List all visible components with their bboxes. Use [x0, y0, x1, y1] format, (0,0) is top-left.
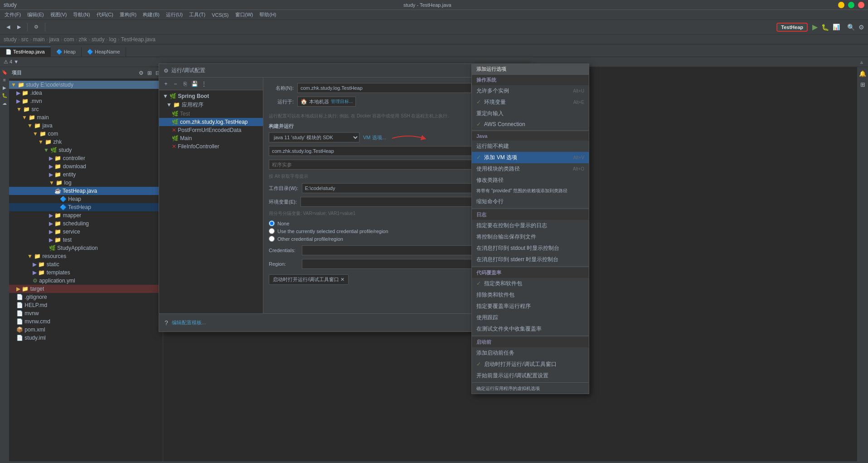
dropdown-show-config[interactable]: 开始前显示运行/调试配置设置 — [472, 370, 589, 381]
menu-code[interactable]: 代码(C) — [94, 10, 116, 19]
config-springboot[interactable]: ▼ 🌿 Spring Boot — [159, 92, 263, 100]
toolbar-forward[interactable]: ▶ — [15, 23, 24, 31]
tree-gitignore[interactable]: 📄 .gitignore — [9, 293, 163, 301]
sidebar-expand-icon[interactable]: ⊞ — [147, 70, 152, 76]
bc-zhk[interactable]: zhk — [78, 36, 87, 43]
runon-select[interactable]: 🏠 本地机器 管理目标... — [297, 97, 356, 107]
dropdown-no-build[interactable]: 运行能不构建 — [472, 141, 589, 152]
dropdown-open-debug-window[interactable]: ✓ 启动时打开运行/调试工具窗口 — [472, 359, 589, 370]
bc-file[interactable]: TestHeap.java — [121, 36, 155, 43]
bc-study[interactable]: study — [4, 36, 17, 43]
tree-mvn[interactable]: ▶ 📁 .mvn — [9, 97, 163, 105]
add-run-options-dropdown[interactable]: 添加运行选项 操作系统 允许多个实例 Alt+U ✓ 环境变量 Alt+E 重定… — [471, 63, 589, 394]
tree-idea[interactable]: ▶ 📁 .idea — [9, 89, 163, 97]
menu-view[interactable]: 视图(V) — [48, 10, 70, 19]
debug-icon[interactable]: 🐛 — [1, 92, 8, 99]
launch-btn[interactable]: 启动时打开运行/调试工具窗口 ✕ — [269, 274, 349, 285]
dropdown-log-console[interactable]: 指定要在控制台中显示的日志 — [472, 220, 589, 231]
tree-appyml[interactable]: ⚙ application.yml — [9, 277, 163, 285]
tree-helpmd[interactable]: 📄 HELP.md — [9, 301, 163, 309]
toolbar-back[interactable]: ◀ — [4, 23, 13, 31]
right-icon-expand[interactable]: ⊞ — [858, 80, 867, 89]
tree-controller[interactable]: ▶ 📁 controller — [9, 154, 163, 162]
dropdown-aws[interactable]: ✓ AWS Connection — [472, 119, 589, 129]
menu-file[interactable]: 文件(F) — [2, 10, 24, 19]
tree-com[interactable]: ▼ 📁 com — [9, 130, 163, 138]
bc-java[interactable]: java — [49, 36, 59, 43]
search-everywhere-btn[interactable]: 🔍 — [847, 24, 855, 31]
menu-tools[interactable]: 工具(T) — [186, 10, 208, 19]
name-input[interactable] — [297, 83, 471, 93]
dropdown-coverage-runner[interactable]: 指定要覆盖率运行程序 — [472, 301, 589, 312]
right-icon-notifications[interactable]: 🔔 — [858, 69, 867, 78]
dropdown-provided-deps[interactable]: 将带有 "provided" 范围的依赖项添加到类路径 — [472, 186, 589, 196]
debug-button[interactable]: 🐛 — [821, 24, 829, 31]
tree-resources[interactable]: ▼ 📁 resources — [9, 252, 163, 260]
menu-vcs[interactable]: VCS(S) — [209, 11, 231, 19]
bc-log[interactable]: log — [109, 36, 116, 43]
profile-button[interactable]: 📊 — [833, 24, 840, 30]
tree-download[interactable]: ▶ 📁 download — [9, 162, 163, 171]
minimize-btn[interactable] — [838, 2, 844, 8]
run-config-selector[interactable]: TestHeap — [776, 23, 808, 32]
manage-targets-link[interactable]: 管理目标... — [331, 98, 353, 105]
tree-static[interactable]: ▶ 📁 static — [9, 260, 163, 268]
structure-icon[interactable]: ≡ — [2, 77, 7, 83]
config-main[interactable]: 🌿 Main — [159, 134, 263, 142]
tab-heapname[interactable]: 🔷 HeapName — [82, 47, 126, 57]
edit-config-templates-link[interactable]: 编辑配置模板... — [172, 319, 206, 326]
run-button[interactable]: ▶ — [812, 23, 818, 31]
tree-testHeap-class[interactable]: 🔷 TestHeap — [9, 203, 163, 211]
tree-studyApp[interactable]: 🌿 StudyApplication — [9, 244, 163, 252]
toolbar-settings[interactable]: ⚙ — [31, 23, 41, 31]
bookmark-icon[interactable]: 🔖 — [1, 69, 8, 76]
dlg-more-btn[interactable]: ⋮ — [200, 80, 208, 88]
bc-com[interactable]: com — [64, 36, 74, 43]
sidebar-settings-icon[interactable]: ⚙ — [139, 70, 144, 76]
dropdown-env-vars[interactable]: ✓ 环境变量 Alt+E — [472, 97, 589, 108]
dropdown-add-before-task[interactable]: 添加启动前任务 — [472, 347, 589, 359]
tree-root[interactable]: ▼📁 study E:\code\study — [9, 81, 163, 89]
dlg-remove-btn[interactable]: − — [171, 80, 179, 88]
config-postform[interactable]: ✕ PostFormUrlEncodedData — [159, 126, 263, 134]
tree-zhk[interactable]: ▼ 📁 zhk — [9, 138, 163, 146]
dropdown-modify-classpath[interactable]: 修改类路径 — [472, 175, 589, 186]
tree-service[interactable]: ▶ 📁 service — [9, 228, 163, 236]
dropdown-vm-options[interactable]: 确定运行应用程序的虚拟机选项 — [472, 384, 589, 394]
tree-mapper[interactable]: ▶ 📁 mapper — [9, 211, 163, 219]
vm-options-link[interactable]: VM 选项... — [363, 134, 386, 141]
dlg-save-btn[interactable]: 💾 — [190, 80, 199, 88]
tree-mvnw[interactable]: 📄 mvnw — [9, 309, 163, 317]
tree-pomxml[interactable]: 📦 pom.xml — [9, 326, 163, 334]
bc-src[interactable]: src — [21, 36, 29, 43]
config-fileinfo[interactable]: ✕ FileInfoController — [159, 142, 263, 151]
menu-help[interactable]: 帮助(H) — [257, 10, 279, 19]
tree-log[interactable]: ▼ 📁 log — [9, 179, 163, 187]
tree-src[interactable]: ▼ 📁 src — [9, 105, 163, 113]
tree-testHeap[interactable]: ☕ TestHeap.java — [9, 187, 163, 195]
help-btn[interactable]: ? — [165, 319, 168, 327]
menu-run[interactable]: 运行(U) — [163, 10, 185, 19]
dropdown-log-stdout[interactable]: 在消息打印到 stdout 时显示控制台 — [472, 243, 589, 254]
maximize-btn[interactable] — [848, 2, 854, 8]
tree-scheduling[interactable]: ▶ 📁 scheduling — [9, 219, 163, 228]
dropdown-use-trace[interactable]: 使用跟踪 — [472, 312, 589, 323]
dropdown-shorten-cmdline[interactable]: 缩短命令行 — [472, 196, 589, 207]
menu-refactor[interactable]: 重构(R) — [117, 10, 139, 19]
menu-build[interactable]: 构建(B) — [140, 10, 162, 19]
bc-main[interactable]: main — [33, 36, 45, 43]
menu-edit[interactable]: 编辑(E) — [24, 10, 47, 19]
tab-testHeap[interactable]: 📄 TestHeap.java — [0, 47, 51, 57]
dropdown-log-stderr[interactable]: 在消息打印到 stderr 时显示控制台 — [472, 254, 589, 265]
sdk-select[interactable]: java 11 'study' 模块的 SDK — [269, 132, 359, 142]
tab-heap[interactable]: 🔷 Heap — [51, 47, 82, 57]
dropdown-log-file[interactable]: 将控制台输出保存到文件 — [472, 231, 589, 243]
tree-java[interactable]: ▼ 📁 java — [9, 122, 163, 130]
config-test[interactable]: 🌿 Test — [159, 110, 263, 118]
tree-target[interactable]: ▶ 📁 target — [9, 285, 163, 293]
run-icon[interactable]: ▶ — [2, 84, 7, 91]
dropdown-redirect-input[interactable]: 重定向输入 — [472, 108, 589, 119]
tree-studyiml[interactable]: 📄 study.iml — [9, 334, 163, 342]
config-app-group[interactable]: ▼ 📁 应用程序 — [159, 100, 263, 110]
dlg-add-btn[interactable]: + — [162, 80, 170, 88]
